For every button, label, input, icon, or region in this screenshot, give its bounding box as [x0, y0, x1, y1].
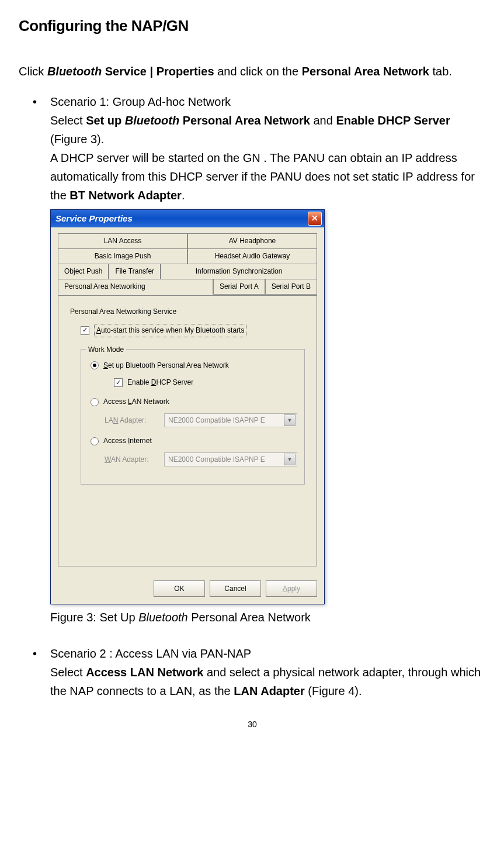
page-title: Configuring the NAP/GN	[19, 14, 486, 39]
figure-3: Service Properties ✕ LAN Access AV Headp…	[50, 209, 486, 605]
text: Select	[50, 666, 86, 679]
tab-lan-access[interactable]: LAN Access	[58, 233, 187, 249]
text: Access	[103, 437, 128, 445]
tab-av-headphone[interactable]: AV Headphone	[187, 233, 317, 249]
wan-adapter-value: NE2000 Compatible ISAPNP E	[168, 454, 265, 465]
text: LAN Adapter	[234, 684, 304, 697]
tab-serial-port-b[interactable]: Serial Port B	[265, 279, 317, 295]
tab-personal-area-networking[interactable]: Personal Area Networking	[58, 279, 213, 295]
scenario2-title: Scenario 2 : Access LAN via PAN-NAP	[50, 644, 486, 663]
apply-button[interactable]: Apply	[266, 580, 317, 597]
tab-info-sync[interactable]: Information Synchronization	[161, 264, 317, 279]
text: tab.	[429, 65, 452, 78]
autostart-checkbox[interactable]: ✓	[81, 326, 89, 335]
text: Personal Area Network	[188, 611, 311, 624]
radio-access-lan[interactable]	[91, 398, 99, 406]
enable-dhcp-checkbox[interactable]: ✓	[114, 378, 123, 387]
text: .	[182, 189, 185, 202]
scenario1-title: Scenario 1: Group Ad-hoc Network	[50, 92, 486, 111]
scenario2-body: Select Access LAN Network and select a p…	[50, 663, 486, 700]
scenario1-line2: Select Set up Bluetooth Personal Area Ne…	[50, 111, 486, 148]
text: HCP Server	[156, 378, 193, 386]
tab-headset-audio-gateway[interactable]: Headset Audio Gateway	[187, 248, 317, 264]
radio-access-internet-label: Access Internet	[103, 435, 152, 447]
autostart-label: Auto-start this service when My Bluetoot…	[94, 324, 246, 337]
scenario2-item: Scenario 2 : Access LAN via PAN-NAP Sele…	[33, 644, 486, 700]
text: BT Network Adapter	[69, 189, 182, 202]
workmode-label: Work Mode	[86, 344, 126, 355]
tab-basic-image-push[interactable]: Basic Image Push	[58, 248, 187, 264]
wan-adapter-select[interactable]: NE2000 Compatible ISAPNP E ▼	[164, 452, 297, 466]
ok-button[interactable]: OK	[154, 580, 205, 597]
service-properties-dialog: Service Properties ✕ LAN Access AV Headp…	[50, 209, 325, 605]
lan-adapter-value: NE2000 Compatible ISAPNP E	[168, 415, 265, 426]
text: (Figure 3).	[50, 133, 104, 146]
text: (Figure 4).	[305, 684, 362, 697]
text: Enable	[127, 378, 151, 386]
text: et up Bluetooth Personal Area Network	[108, 361, 229, 369]
text: Service | Properties	[102, 65, 214, 78]
lan-adapter-label: LAN Adapter:	[105, 415, 157, 426]
text: Personal Area Network	[302, 65, 429, 78]
text: L	[128, 397, 132, 406]
page-number: 30	[19, 718, 486, 731]
text: Click	[19, 65, 47, 78]
text: Select	[50, 114, 86, 127]
scenario1-line3: A DHCP server will be started on the GN …	[50, 148, 486, 205]
tab-strip: LAN Access AV Headphone Basic Image Push…	[58, 233, 317, 295]
radio-access-lan-label: Access LAN Network	[103, 396, 169, 407]
text: A	[283, 583, 287, 594]
radio-access-internet[interactable]	[91, 437, 99, 445]
text: Access	[103, 397, 128, 406]
cancel-button[interactable]: Cancel	[210, 580, 261, 597]
text: Figure 3: Set Up	[50, 611, 138, 624]
chevron-down-icon: ▼	[284, 414, 296, 426]
radio-setup-pan-label: Set up Bluetooth Personal Area Network	[103, 360, 229, 371]
wan-adapter-label: WAN Adapter:	[105, 454, 157, 465]
text: Personal Area Network	[179, 114, 310, 127]
dialog-buttons: OK Cancel Apply	[51, 575, 324, 604]
tab-object-push[interactable]: Object Push	[58, 264, 109, 279]
radio-setup-pan[interactable]	[91, 361, 99, 369]
text: and	[310, 114, 336, 127]
text: Access LAN Network	[86, 666, 203, 679]
text: pply	[287, 583, 300, 594]
enable-dhcp-label: Enable DHCP Server	[127, 377, 193, 388]
text-bluetooth: Bluetooth	[47, 65, 102, 78]
section-title: Personal Area Networking Service	[70, 306, 307, 317]
chevron-down-icon: ▼	[284, 454, 296, 465]
tab-panel: Personal Area Networking Service ✓ Auto-…	[58, 295, 317, 566]
dialog-body: LAN Access AV Headphone Basic Image Push…	[51, 227, 324, 575]
text: Bluetooth	[138, 611, 188, 624]
text: uto-start this service when My Bluetooth…	[101, 326, 244, 334]
tab-serial-port-a[interactable]: Serial Port A	[213, 279, 265, 295]
text: AN Network	[132, 397, 169, 406]
figure-3-caption: Figure 3: Set Up Bluetooth Personal Area…	[50, 608, 486, 627]
scenario1-item: Scenario 1: Group Ad-hoc Network Select …	[33, 92, 486, 627]
text: Set up	[86, 114, 125, 127]
text: S	[103, 361, 108, 369]
close-icon[interactable]: ✕	[308, 212, 322, 226]
text: Bluetooth	[125, 114, 179, 127]
text: W	[105, 455, 111, 464]
text: Enable DHCP Server	[336, 114, 450, 127]
text: and click on the	[214, 65, 302, 78]
workmode-group: Work Mode Set up Bluetooth Personal Area…	[81, 349, 305, 485]
tab-file-transfer[interactable]: File Transfer	[109, 264, 161, 279]
text: nternet	[130, 437, 151, 445]
text: LA	[105, 416, 113, 424]
text: Adapter:	[118, 416, 146, 424]
text: A	[96, 326, 101, 334]
dialog-titlebar: Service Properties ✕	[51, 210, 324, 227]
text: AN Adapter:	[111, 455, 149, 464]
lan-adapter-select[interactable]: NE2000 Compatible ISAPNP E ▼	[164, 413, 297, 427]
dialog-title: Service Properties	[55, 212, 133, 226]
intro-paragraph: Click Bluetooth Service | Properties and…	[19, 62, 486, 81]
